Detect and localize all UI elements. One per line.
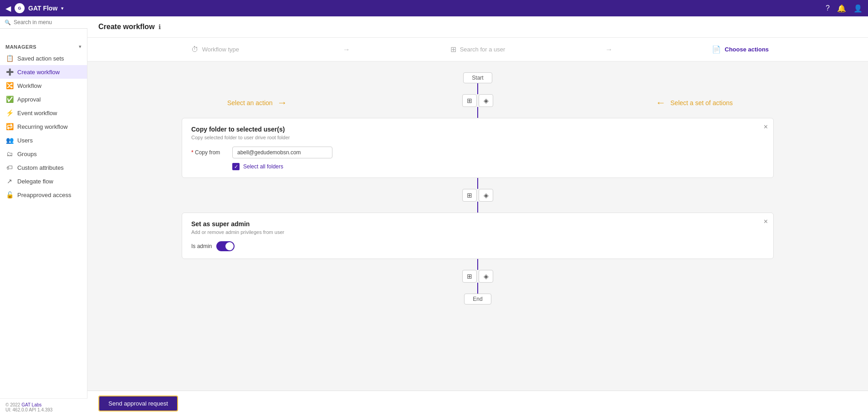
page-title: Create workflow: [98, 23, 155, 31]
select-all-label[interactable]: Select all folders: [243, 163, 283, 170]
select-all-checkbox[interactable]: ✓: [232, 163, 240, 170]
app-chevron-icon[interactable]: ▾: [61, 5, 64, 11]
step-workflow-type-label: Workflow type: [202, 46, 239, 53]
sidebar: 🔍 MANAGERS ▾ 📋 Saved action sets ➕ Creat…: [0, 16, 87, 416]
flow-line-1: [477, 83, 478, 94]
back-button[interactable]: ◀: [5, 4, 11, 13]
select-set-arrow-icon: ←: [656, 97, 666, 109]
step-workflow-type[interactable]: ⏱ Workflow type: [87, 46, 343, 54]
close-icon: ×: [764, 123, 768, 131]
card-super-admin: × Set as super admin Add or remove admin…: [182, 213, 774, 259]
copy-from-input[interactable]: [232, 147, 332, 158]
users-icon: 👥: [5, 137, 14, 144]
sidebar-item-event-workflow[interactable]: ⚡ Event workflow: [0, 106, 87, 120]
start-node: Start: [463, 72, 492, 83]
managers-label: MANAGERS: [5, 44, 36, 50]
sidebar-item-recurring-workflow[interactable]: 🔁 Recurring workflow: [0, 120, 87, 133]
sidebar-item-users[interactable]: 👥 Users: [0, 133, 87, 147]
bottom-bar: Send approval request: [87, 391, 868, 416]
sidebar-item-groups[interactable]: 🗂 Groups: [0, 147, 87, 161]
toggle-knob: [225, 242, 234, 250]
select-set-annotation: ← Select a set of actions: [656, 97, 733, 109]
add-action-btn-1[interactable]: ⊞: [462, 94, 477, 107]
add-set-btn-3[interactable]: ◈: [479, 270, 493, 283]
page-header: Create workflow ℹ: [87, 16, 868, 38]
add-set-icon-2: ◈: [484, 192, 489, 199]
topnav-left: ◀ G GAT Flow ▾: [5, 3, 64, 13]
select-action-text: Select an action: [227, 99, 273, 107]
copy-from-label: * Copy from: [191, 149, 228, 156]
copy-from-row: * Copy from: [191, 147, 764, 158]
add-set-btn-1[interactable]: ◈: [479, 94, 493, 107]
flow-line-4: [477, 202, 478, 213]
add-set-icon-3: ◈: [484, 273, 489, 280]
flow-action-row-3: ⊞ ◈: [462, 270, 493, 283]
flow-action-row-2: ⊞ ◈: [462, 189, 493, 202]
sidebar-item-label: Event workflow: [17, 110, 57, 117]
footer-copyright: © 2022: [5, 402, 21, 407]
select-action-arrow-icon: →: [277, 97, 287, 109]
add-action-icon-3: ⊞: [467, 273, 472, 280]
workflow-type-icon: ⏱: [191, 46, 199, 54]
add-set-btn-2[interactable]: ◈: [479, 189, 493, 202]
step-search-user-label: Search for a user: [460, 46, 505, 53]
sidebar-item-custom-attributes[interactable]: 🏷 Custom attributes: [0, 161, 87, 174]
is-admin-row: Is admin: [191, 241, 764, 251]
step-arrow-1: →: [343, 46, 350, 54]
search-input[interactable]: [14, 19, 83, 25]
footer-link[interactable]: GAT Labs: [21, 402, 41, 407]
flow-line-2: [477, 107, 478, 118]
choose-actions-icon: 📄: [712, 45, 721, 54]
sidebar-item-label: Groups: [17, 151, 37, 157]
sidebar-item-label: Preapproved access: [17, 192, 71, 198]
add-set-icon-1: ◈: [484, 97, 489, 104]
step-choose-actions-label: Choose actions: [725, 46, 769, 53]
logo-text: G: [18, 6, 21, 10]
user-icon[interactable]: 👤: [853, 4, 863, 13]
stepper: ⏱ Workflow type → ⊞ Search for a user → …: [87, 38, 868, 61]
close-icon-2: ×: [764, 218, 768, 225]
sidebar-item-label: Saved action sets: [17, 55, 64, 62]
sidebar-item-label: Custom attributes: [17, 164, 64, 171]
add-action-btn-2[interactable]: ⊞: [462, 189, 477, 202]
managers-section: MANAGERS ▾: [0, 40, 87, 51]
sidebar-item-label: Workflow: [17, 82, 41, 89]
step-choose-actions[interactable]: 📄 Choose actions: [613, 45, 868, 54]
flow-line-3: [477, 178, 478, 189]
help-icon[interactable]: ?: [826, 4, 830, 12]
info-icon[interactable]: ℹ: [158, 23, 161, 30]
card-super-admin-subtitle: Add or remove admin privileges from user: [191, 229, 764, 235]
managers-chevron-icon[interactable]: ▾: [79, 44, 82, 50]
main-content: Create workflow ℹ ⏱ Workflow type → ⊞ Se…: [87, 16, 868, 416]
sidebar-item-saved-action-sets[interactable]: 📋 Saved action sets: [0, 51, 87, 65]
sidebar-item-delegate-flow[interactable]: ↗ Delegate flow: [0, 174, 87, 188]
step-search-user[interactable]: ⊞ Search for a user: [350, 45, 606, 54]
topnav-right: ? 🔔 👤: [826, 4, 863, 13]
sidebar-item-create-workflow[interactable]: ➕ Create workflow: [0, 65, 87, 79]
workflow-icon: 🔀: [5, 82, 14, 89]
preapproved-access-icon: 🔓: [5, 191, 14, 198]
select-set-text: Select a set of actions: [670, 99, 733, 107]
sidebar-item-approval[interactable]: ✅ Approval: [0, 92, 87, 106]
approval-icon: ✅: [5, 96, 14, 103]
card-super-admin-close[interactable]: ×: [764, 218, 768, 226]
flow-action-row-1: ⊞ ◈: [462, 94, 493, 107]
sidebar-item-workflow[interactable]: 🔀 Workflow: [0, 79, 87, 92]
recurring-workflow-icon: 🔁: [5, 123, 14, 130]
sidebar-item-label: Delegate flow: [17, 178, 53, 185]
is-admin-toggle[interactable]: [216, 241, 235, 251]
flow-line-5: [477, 259, 478, 270]
event-workflow-icon: ⚡: [5, 109, 14, 117]
bell-icon[interactable]: 🔔: [837, 4, 846, 13]
sidebar-item-label: Create workflow: [17, 69, 60, 76]
card-copy-folder-close[interactable]: ×: [764, 123, 768, 131]
card-super-admin-title: Set as super admin: [191, 220, 764, 228]
send-approval-button[interactable]: Send approval request: [98, 396, 178, 411]
card-copy-folder-subtitle: Copy selected folder to user drive root …: [191, 135, 764, 140]
custom-attributes-icon: 🏷: [5, 164, 14, 171]
sidebar-item-preapproved-access[interactable]: 🔓 Preapproved access: [0, 188, 87, 202]
sidebar-item-label: Approval: [17, 96, 41, 103]
search-user-icon: ⊞: [450, 45, 456, 54]
footer-version: UI: 462.0.0 API 1.4.393: [5, 407, 52, 412]
add-action-btn-3[interactable]: ⊞: [462, 270, 477, 283]
